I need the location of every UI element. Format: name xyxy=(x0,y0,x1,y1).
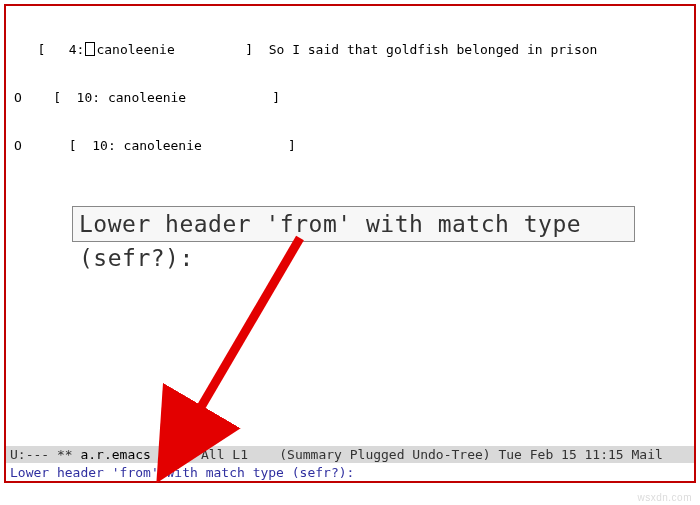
message-row[interactable]: O [ 10: canoleenie ] xyxy=(14,90,686,106)
message-list[interactable]: [ 4:canoleenie ] So I said that goldfish… xyxy=(14,10,686,186)
prompt-callout-text: Lower header 'from' with match type (sef… xyxy=(79,211,581,271)
row-user: canoleenie xyxy=(96,42,174,57)
watermark: wsxdn.com xyxy=(637,492,692,503)
modeline-info: All L1 (Summary Plugged Undo-Tree) Tue F… xyxy=(170,447,663,462)
minibuffer-text: Lower header 'from' with match type (sef… xyxy=(10,465,354,480)
caret-icon xyxy=(159,449,170,460)
row-tail: ] So I said that goldfish belonged in pr… xyxy=(175,42,598,57)
emacs-frame: [ 4:canoleenie ] So I said that goldfish… xyxy=(4,4,696,483)
message-row[interactable]: O [ 10: canoleenie ] xyxy=(14,138,686,154)
buffer-name: a.r.emacs xyxy=(73,447,159,462)
mode-line[interactable]: U:--- ** a.r.emacs All L1 (Summary Plugg… xyxy=(6,446,694,463)
minibuffer-prompt[interactable]: Lower header 'from' with match type (sef… xyxy=(6,464,694,481)
prompt-callout: Lower header 'from' with match type (sef… xyxy=(72,206,635,242)
message-row[interactable]: [ 4:canoleenie ] So I said that goldfish… xyxy=(14,42,686,58)
modeline-state: U:--- xyxy=(10,447,57,462)
text-cursor xyxy=(85,42,95,56)
modified-icon: ** xyxy=(57,447,73,462)
row-prefix: [ 4: xyxy=(14,42,84,57)
